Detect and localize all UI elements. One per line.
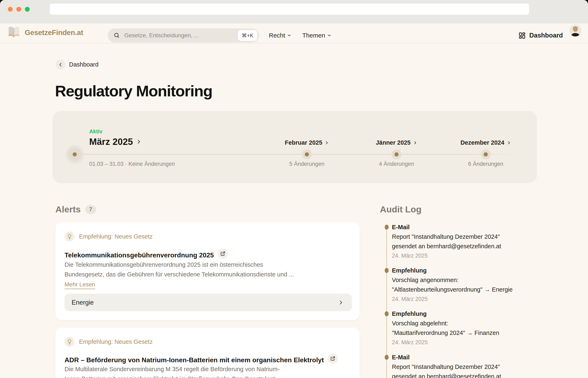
lightbulb-icon bbox=[65, 231, 74, 242]
lightbulb-icon bbox=[65, 337, 74, 347]
alert-title: ADR – Beförderung von Natrium-Ionen-Batt… bbox=[65, 353, 324, 364]
alert-body: Die Telekommunikationsgebührenverordnung… bbox=[65, 260, 294, 279]
timeline-month-label: Februar 2025 bbox=[285, 139, 322, 146]
audit-entry-date: 24. März 2025 bbox=[392, 251, 550, 260]
audit-dot bbox=[385, 268, 389, 273]
browser-chrome bbox=[0, 0, 588, 23]
timeline-sub-februar: 5 Änderungen bbox=[263, 161, 350, 167]
audit-entry-line: gesendet an bernhard@gesetzefinden.at bbox=[392, 242, 550, 251]
alert-kind: Empfehlung: Neues Gesetz bbox=[65, 231, 153, 242]
chevron-left-icon bbox=[58, 62, 63, 67]
audit-entry: E-Mail Report "Instandhaltung Dezember 2… bbox=[392, 352, 550, 378]
alert-body-line: Die Multilaterale Sondervereinbarung M 3… bbox=[65, 364, 282, 374]
chevron-down-icon bbox=[327, 33, 331, 38]
timeline-month-label: März 2025 bbox=[89, 136, 133, 147]
timeline-dot-dezember[interactable] bbox=[484, 152, 488, 156]
alert-body-line: Bundesgesetz, das die Gebühren für versc… bbox=[65, 270, 294, 279]
global-search[interactable]: ⌘+K bbox=[108, 28, 259, 42]
nav-item-recht[interactable]: Recht bbox=[269, 28, 291, 42]
audit-log-heading: Audit Log bbox=[380, 204, 422, 215]
timeline-month-label: Dezember 2024 bbox=[460, 139, 504, 146]
timeline-dot-maerz[interactable] bbox=[73, 152, 77, 156]
audit-entry-type: E-Mail bbox=[392, 352, 550, 362]
timeline-dot-februar[interactable] bbox=[305, 152, 309, 156]
address-bar[interactable] bbox=[50, 3, 529, 15]
search-input[interactable] bbox=[124, 32, 238, 39]
alerts-count-badge: 7 bbox=[85, 205, 96, 214]
brand[interactable]: GesetzeFinden.at bbox=[7, 26, 83, 40]
audit-entry-type: Empfehlung bbox=[392, 266, 550, 275]
audit-entry: Empfehlung Vorschlag angenommen: "Altlas… bbox=[392, 266, 550, 304]
alert-body: Die Multilaterale Sondervereinbarung M 3… bbox=[65, 364, 282, 378]
alert-kind-label: Empfehlung: Neues Gesetz bbox=[79, 233, 153, 240]
dashboard-link[interactable]: Dashboard bbox=[518, 28, 563, 42]
zoom-window-button[interactable] bbox=[25, 7, 30, 12]
chevron-right-icon bbox=[136, 139, 142, 144]
timeline-month-label: Jänner 2025 bbox=[376, 139, 411, 146]
audit-entry-date: 24. März 2025 bbox=[392, 338, 550, 347]
external-link-icon[interactable] bbox=[218, 248, 228, 259]
alert-title-row: ADR – Beförderung von Natrium-Ionen-Batt… bbox=[65, 353, 338, 364]
audit-entry-line: Report "Instandhaltung Dezember 2024" bbox=[392, 232, 550, 242]
page-title: Regulatory Monitoring bbox=[55, 82, 212, 100]
nav-recht-label: Recht bbox=[269, 32, 285, 39]
minimize-window-button[interactable] bbox=[16, 7, 21, 12]
timeline-dot-jaenner[interactable] bbox=[394, 152, 399, 156]
chevron-right-icon bbox=[507, 141, 511, 145]
audit-dot bbox=[385, 225, 389, 230]
alert-title: Telekommunikationsgebührenverordnung 202… bbox=[65, 248, 214, 259]
audit-entry-date: 24. März 2025 bbox=[392, 294, 550, 304]
audit-entry: Empfehlung Vorschlag abgelehnt: "Mauttar… bbox=[392, 309, 550, 347]
open-book-icon bbox=[7, 26, 21, 40]
timeline-month-jaenner[interactable]: Jänner 2025 bbox=[353, 139, 440, 146]
chevron-right-icon bbox=[338, 300, 344, 305]
audit-entry-line: Vorschlag angenommen: bbox=[392, 275, 550, 285]
timeline-sub-jaenner: 4 Änderungen bbox=[353, 161, 440, 167]
close-window-button[interactable] bbox=[8, 7, 13, 12]
timeline-sub-maerz: 01.03 – 31.03 · Keine Änderungen bbox=[89, 161, 175, 167]
audit-entry-type: Empfehlung bbox=[392, 309, 550, 319]
alert-body-line: Die Telekommunikationsgebührenverordnung… bbox=[65, 260, 294, 270]
audit-entry-line: Report "Instandhaltung Dezember 2024" bbox=[392, 362, 550, 372]
breadcrumb: Dashboard bbox=[56, 60, 99, 69]
alerts-heading-label: Alerts bbox=[55, 204, 81, 215]
timeline-card: Aktiv März 2025 Februar 2025 Jänner 2025 bbox=[53, 111, 537, 183]
grid-dashboard-icon bbox=[518, 32, 526, 39]
alert-body-line: Ionen-Batterien mit organischem Elektrol… bbox=[65, 374, 282, 378]
chevron-right-icon bbox=[325, 141, 329, 145]
user-avatar[interactable] bbox=[569, 25, 581, 37]
timeline-sub-dezember: 6 Änderungen bbox=[442, 161, 529, 167]
alert-kind: Empfehlung: Neues Gesetz bbox=[65, 337, 153, 347]
audit-entry: E-Mail Report "Instandhaltung Dezember 2… bbox=[392, 222, 550, 260]
timeline-month-februar[interactable]: Februar 2025 bbox=[263, 139, 350, 146]
audit-entry-line: gesendet an bernhard@gesetzefinden.at bbox=[392, 372, 550, 378]
chevron-down-icon bbox=[287, 33, 291, 38]
browser-window: GesetzeFinden.at ⌘+K Recht Themen bbox=[0, 0, 588, 378]
timeline-track bbox=[75, 154, 517, 155]
alert-title-row: Telekommunikationsgebührenverordnung 202… bbox=[65, 248, 228, 259]
read-more-link[interactable]: Mehr Lesen bbox=[65, 281, 95, 289]
timeline-month-maerz[interactable]: März 2025 bbox=[89, 136, 142, 147]
audit-entry-line: "Mauttarifverordnung 2024" → Finanzen bbox=[392, 328, 550, 338]
search-icon bbox=[114, 32, 120, 39]
audit-log-heading-label: Audit Log bbox=[380, 204, 422, 215]
brand-name: GesetzeFinden.at bbox=[25, 28, 83, 37]
breadcrumb-label[interactable]: Dashboard bbox=[69, 61, 99, 68]
status-badge: Aktiv bbox=[89, 128, 102, 135]
alert-kind-label: Empfehlung: Neues Gesetz bbox=[79, 338, 153, 345]
nav-themen-label: Themen bbox=[302, 32, 325, 39]
audit-entry-line: Vorschlag abgelehnt: bbox=[392, 319, 550, 328]
dashboard-label: Dashboard bbox=[529, 32, 563, 39]
alert-tag-label: Energie bbox=[72, 299, 338, 306]
audit-dot bbox=[385, 311, 389, 316]
alerts-heading: Alerts 7 bbox=[55, 204, 96, 215]
timeline-month-dezember[interactable]: Dezember 2024 bbox=[442, 139, 529, 146]
nav-item-themen[interactable]: Themen bbox=[302, 28, 331, 42]
window-controls bbox=[8, 7, 30, 12]
back-button[interactable] bbox=[56, 60, 65, 69]
app-header: GesetzeFinden.at ⌘+K Recht Themen bbox=[0, 23, 588, 43]
audit-dot bbox=[385, 355, 389, 360]
external-link-icon[interactable] bbox=[328, 353, 338, 364]
alert-tag-energie[interactable]: Energie bbox=[65, 294, 352, 311]
audit-entry-type: E-Mail bbox=[392, 222, 550, 232]
